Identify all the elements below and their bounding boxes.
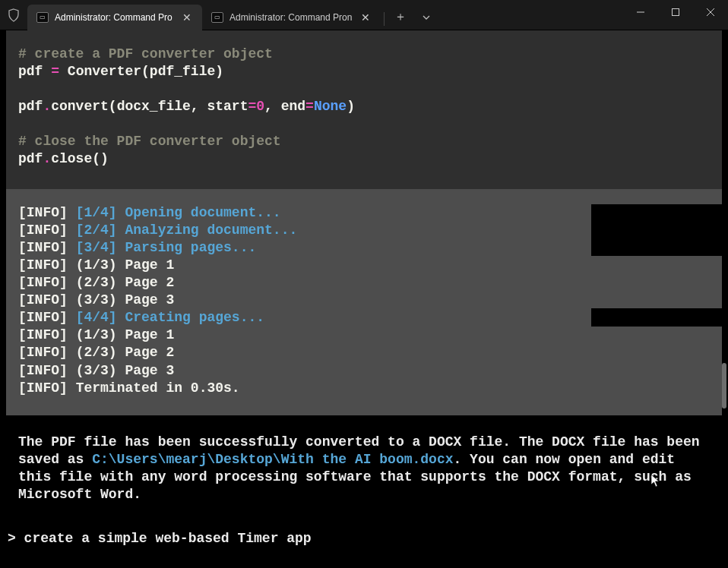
tab-cmd-1[interactable]: ▭ Administrator: Command Pro ✕ [27,5,202,30]
log-text: Parsing pages... [117,240,257,255]
close-window-button[interactable] [693,0,728,24]
log-text: Page 2 [117,275,175,290]
scrollbar-thumb[interactable] [722,363,726,409]
prompt-marker: > [8,531,24,546]
close-icon[interactable]: ✕ [179,10,195,25]
code-token: Converter(pdf_file) [59,64,223,79]
cmd-icon: ▭ [36,12,49,23]
log-text: Page 2 [117,345,175,360]
log-phase: (2/3) [76,345,117,360]
log-phase: [4/4] [76,310,117,325]
output-line: [INFO] (3/3) Page 3 [18,362,710,380]
output-block: [INFO] [1/4] Opening document...[INFO] [… [6,189,722,415]
minimize-button[interactable] [623,0,658,24]
log-tag: [INFO] [18,345,76,360]
prompt-input-text: create a simple web-based Timer app [24,531,312,546]
log-text: Creating pages... [117,310,264,325]
log-phase: (3/3) [76,363,117,378]
log-text: Analyzing document... [117,222,298,238]
log-tag: [INFO] [18,240,76,255]
code-dot: . [43,151,51,166]
shield-icon [0,0,27,30]
code-token: convert(docx_file, start [51,99,248,114]
code-keyword: None [314,99,347,114]
log-phase: [2/4] [76,222,117,238]
code-token: ) [347,99,355,114]
new-tab-button[interactable]: ＋ [388,5,413,30]
log-phase: [3/4] [76,240,117,255]
mouse-cursor-icon [650,474,661,491]
code-token: pdf [18,151,43,166]
log-phase: (2/3) [76,275,117,290]
code-block: # create a PDF converter object pdf = Co… [6,30,722,189]
code-operator: = [51,64,59,79]
code-dot: . [43,99,51,114]
file-path: C:\Users\mearj\Desktop\With the AI boom.… [92,452,453,467]
code-comment: # close the PDF converter object [18,134,281,149]
code-number: 0 [256,99,264,114]
log-text: Page 3 [117,292,175,308]
log-tag: [INFO] [18,257,76,273]
output-line: [INFO] (2/3) Page 2 [18,344,710,361]
terminal-content: # create a PDF converter object pdf = Co… [0,30,728,546]
output-line: [INFO] (3/3) Page 3 [18,292,710,309]
log-tag: [INFO] [18,275,76,290]
output-line: [INFO] (1/3) Page 1 [18,257,710,274]
close-icon[interactable]: ✕ [358,10,373,25]
code-operator: = [248,99,256,114]
tab-cmd-2[interactable]: ▭ Administrator: Command Pron ✕ [202,5,381,30]
code-operator: = [305,99,314,114]
output-line: [INFO] (1/3) Page 1 [18,327,710,344]
log-tag: [INFO] [18,310,76,325]
titlebar: ▭ Administrator: Command Pro ✕ ▭ Adminis… [0,0,728,30]
result-message: The PDF file has been successfully conve… [0,415,728,503]
window-controls [623,0,728,30]
output-line: [INFO] Terminated in 0.30s. [18,380,710,397]
svg-rect-1 [673,8,679,15]
log-phase: (1/3) [76,257,117,273]
code-comment: # create a PDF converter object [18,46,273,62]
log-tag: [INFO] [18,380,76,396]
log-tag: [INFO] [18,205,76,220]
log-text: Terminated in 0.30s. [76,380,240,396]
tab-divider [384,12,385,26]
redaction-strip [591,204,722,256]
output-line: [INFO] (2/3) Page 2 [18,274,710,292]
log-phase: [1/4] [76,205,117,220]
log-text: Opening document... [117,205,281,220]
tab-title: Administrator: Command Pron [229,12,352,23]
code-token: , end [264,99,305,114]
log-text: Page 1 [117,327,175,342]
tab-strip: ▭ Administrator: Command Pro ✕ ▭ Adminis… [27,0,439,30]
log-tag: [INFO] [18,363,76,378]
log-tag: [INFO] [18,327,76,342]
tab-title: Administrator: Command Pro [55,12,173,23]
log-tag: [INFO] [18,222,76,238]
log-phase: (1/3) [76,327,117,342]
code-token: pdf [18,99,43,114]
cmd-icon: ▭ [211,12,223,23]
log-phase: (3/3) [76,292,117,308]
log-text: Page 3 [117,363,175,378]
log-tag: [INFO] [18,292,76,308]
prompt-line[interactable]: > create a simple web-based Timer app [0,503,728,546]
tab-dropdown-button[interactable] [413,5,439,30]
log-text: Page 1 [117,257,175,273]
code-token: close() [51,151,109,166]
redaction-strip [591,308,722,327]
code-token: pdf [18,64,51,79]
maximize-button[interactable] [658,0,693,24]
